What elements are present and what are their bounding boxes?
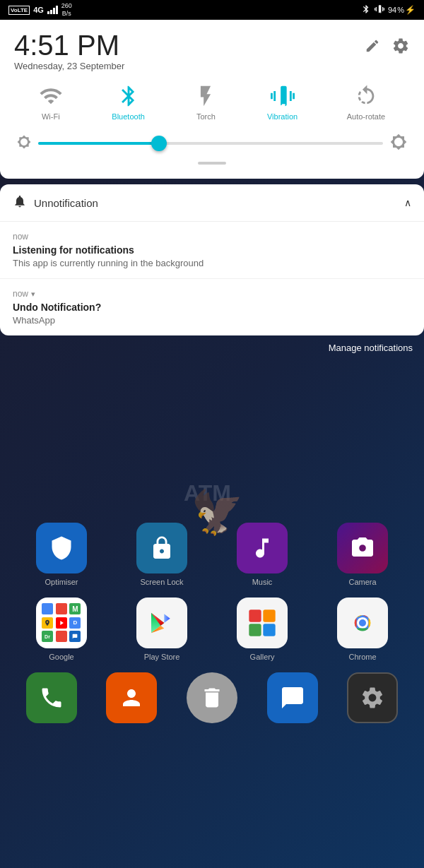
notif-header-title: Unnotification: [34, 197, 397, 209]
status-left: VoLTE 4G 260B/s: [8, 2, 72, 18]
signal-bars: [47, 6, 58, 14]
app-settings[interactable]: [341, 672, 404, 727]
speed-indicator: 260B/s: [61, 2, 72, 18]
app-chrome[interactable]: Chrome: [327, 598, 398, 661]
brightness-slider[interactable]: [38, 142, 383, 145]
status-bar: VoLTE 4G 260B/s 94% ⚡: [0, 0, 424, 20]
qs-handle: [14, 162, 410, 165]
app-label: Gallery: [250, 653, 275, 661]
notif-body-2: WhatsApp: [13, 315, 411, 326]
network-type: 4G: [33, 6, 44, 14]
notification-panel: Unnotification ∧ now Listening for notif…: [0, 184, 424, 335]
app-delete[interactable]: [180, 672, 244, 727]
qs-header: 4:51 PM Wednesday, 23 September: [14, 31, 410, 71]
notif-bell-icon: [13, 194, 27, 211]
toggle-autorotate[interactable]: Auto-rotate: [347, 84, 385, 121]
notif-time-2: now ▾: [13, 289, 411, 299]
app-label: Play Store: [144, 653, 180, 661]
app-music[interactable]: Music: [227, 523, 298, 586]
app-label: Camera: [348, 578, 376, 586]
qs-time-date: 4:51 PM Wednesday, 23 September: [14, 31, 124, 71]
notif-time-1: now: [13, 232, 411, 242]
svg-rect-3: [263, 624, 275, 636]
qs-time: 4:51 PM: [14, 31, 124, 59]
charging-icon: ⚡: [405, 5, 416, 15]
notif-item-1: now Listening for notifications This app…: [0, 222, 424, 279]
app-label: Music: [252, 578, 273, 586]
toggle-bluetooth[interactable]: Bluetooth: [112, 84, 144, 121]
toggle-grid: Wi-Fi Bluetooth Torch Vibration Auto-rot…: [14, 84, 410, 121]
qs-action-icons: [365, 37, 410, 59]
notif-body-1: This app is currently running in the bac…: [13, 258, 411, 268]
toggle-vibration[interactable]: Vibration: [267, 84, 298, 121]
svg-rect-2: [249, 624, 261, 636]
volte-badge: VoLTE: [8, 6, 30, 15]
app-row-1: Optimiser Screen Lock Music Camera: [11, 523, 413, 586]
app-row-dock: [11, 672, 413, 727]
brightness-high-icon: [390, 133, 407, 153]
toggle-wifi[interactable]: Wi-Fi: [39, 84, 63, 121]
brightness-low-icon: [17, 135, 31, 152]
svg-point-6: [359, 619, 366, 626]
svg-rect-1: [263, 610, 275, 622]
brightness-row: [14, 133, 410, 153]
notif-panel-header[interactable]: Unnotification ∧: [0, 184, 424, 222]
svg-rect-0: [249, 610, 261, 622]
app-label: Optimiser: [45, 578, 78, 586]
app-contacts[interactable]: [100, 672, 163, 727]
app-phone[interactable]: [20, 672, 83, 727]
notif-collapse-icon: ∧: [404, 197, 411, 208]
toggle-vibration-label: Vibration: [267, 112, 298, 121]
app-playstore[interactable]: Play Store: [126, 598, 197, 661]
dropdown-icon: ▾: [31, 290, 35, 299]
notif-item-2: now ▾ Undo Notification? WhatsApp: [0, 279, 424, 335]
app-messages[interactable]: [261, 672, 324, 727]
app-optimiser[interactable]: Optimiser: [26, 523, 97, 586]
app-row-2: M D Dr Google Play Store Gallery: [11, 598, 413, 661]
bluetooth-status-icon: [361, 4, 371, 16]
qs-date: Wednesday, 23 September: [14, 61, 124, 71]
app-grid: Optimiser Screen Lock Music Camera: [0, 523, 424, 727]
app-camera[interactable]: Camera: [327, 523, 398, 586]
notif-title-2: Undo Notification?: [13, 302, 411, 313]
edit-icon[interactable]: [365, 38, 380, 58]
toggle-bluetooth-label: Bluetooth: [112, 112, 144, 121]
app-gallery[interactable]: Gallery: [227, 598, 298, 661]
app-google[interactable]: M D Dr Google: [26, 598, 97, 661]
toggle-torch[interactable]: Torch: [194, 84, 218, 121]
quick-settings-panel: 4:51 PM Wednesday, 23 September Wi-Fi: [0, 20, 424, 179]
toggle-autorotate-label: Auto-rotate: [347, 112, 385, 121]
app-label: Google: [49, 653, 73, 661]
toggle-wifi-label: Wi-Fi: [42, 112, 60, 121]
app-label: Screen Lock: [140, 578, 183, 586]
manage-notifications[interactable]: Manage notifications: [0, 335, 424, 360]
status-right: 94% ⚡: [361, 4, 416, 16]
app-label: Chrome: [348, 653, 376, 661]
notif-title-1: Listening for notifications: [13, 244, 411, 256]
toggle-torch-label: Torch: [196, 112, 216, 121]
settings-icon[interactable]: [391, 37, 410, 59]
battery-indicator: 94% ⚡: [388, 5, 416, 15]
app-screenlock[interactable]: Screen Lock: [126, 523, 197, 586]
vibrate-status-icon: [375, 4, 384, 16]
